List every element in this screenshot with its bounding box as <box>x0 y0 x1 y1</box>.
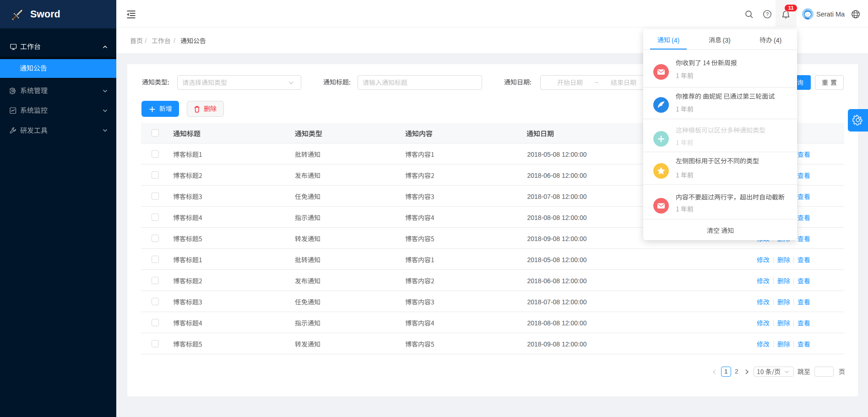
svg-text:?: ? <box>766 11 769 17</box>
